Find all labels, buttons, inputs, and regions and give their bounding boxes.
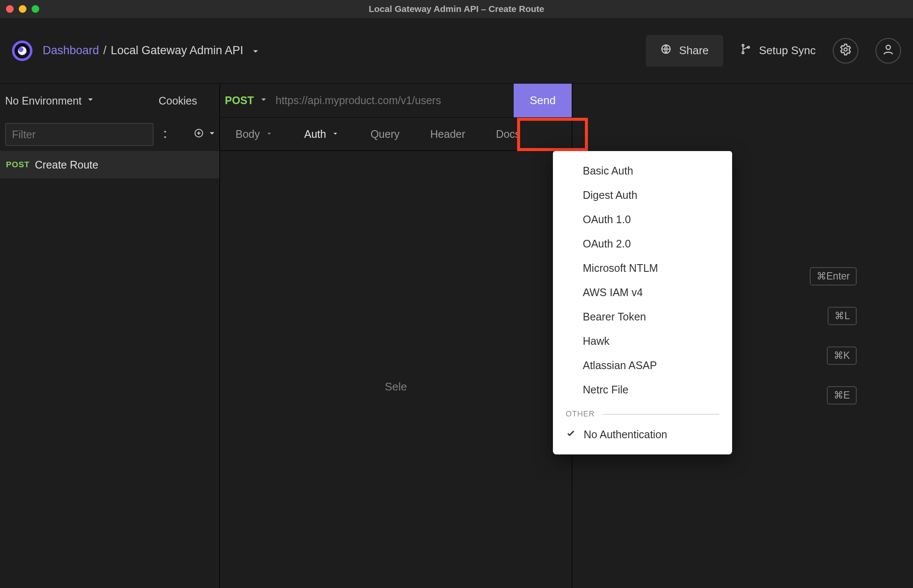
account-button[interactable] (875, 38, 901, 64)
tab-body[interactable]: Body (220, 118, 289, 150)
breadcrumb-dashboard-link[interactable]: Dashboard (43, 44, 99, 57)
filter-input[interactable] (5, 123, 154, 146)
sort-button[interactable] (161, 129, 169, 140)
settings-button[interactable] (833, 38, 858, 64)
divider (602, 414, 719, 415)
cookies-button[interactable]: Cookies (159, 95, 197, 107)
method-selector[interactable]: POST (220, 84, 274, 117)
breadcrumb-workspace[interactable]: Local Gateway Admin API (111, 44, 244, 57)
titlebar: Local Gateway Admin API – Create Route (0, 0, 913, 18)
shortcut-key: ⌘L (828, 307, 857, 325)
auth-option-oauth1[interactable]: OAuth 1.0 (553, 207, 732, 232)
chevron-down-icon (206, 128, 218, 141)
minimize-window-button[interactable] (19, 5, 26, 13)
request-panel: POST Send Body Auth (220, 84, 572, 588)
shortcut-key: ⌘K (827, 346, 857, 365)
branch-icon (740, 44, 751, 58)
share-button[interactable]: Share (646, 35, 723, 67)
setup-sync-label: Setup Sync (759, 44, 816, 57)
tab-query-label: Query (370, 128, 399, 140)
tab-docs[interactable]: Docs (481, 118, 536, 150)
gear-icon (839, 43, 852, 58)
request-name: Create Route (35, 159, 99, 171)
tab-header-label: Header (430, 128, 465, 140)
environment-label: No Environment (5, 95, 81, 107)
tab-header[interactable]: Header (415, 118, 481, 150)
send-label: Send (530, 94, 556, 107)
cookies-label: Cookies (159, 95, 197, 107)
tab-auth[interactable]: Auth (289, 118, 355, 150)
auth-option-ntlm[interactable]: Microsoft NTLM (553, 256, 732, 280)
window-controls (6, 5, 39, 13)
auth-option-bearer[interactable]: Bearer Token (553, 305, 732, 329)
svg-point-4 (844, 48, 847, 51)
close-window-button[interactable] (6, 5, 14, 13)
workspace-dropdown-icon[interactable] (250, 44, 261, 57)
auth-dropdown: Basic Auth Digest Auth OAuth 1.0 OAuth 2… (553, 151, 732, 454)
chevron-down-icon (85, 94, 96, 108)
sort-icon (161, 129, 169, 140)
breadcrumb: Dashboard / Local Gateway Admin API (43, 44, 261, 57)
auth-option-oauth2[interactable]: OAuth 2.0 (553, 232, 732, 256)
plus-circle-icon (194, 128, 204, 141)
request-bar: POST Send (220, 84, 572, 118)
svg-point-1 (742, 44, 744, 46)
svg-point-5 (886, 45, 890, 49)
check-icon (566, 428, 576, 441)
chevron-down-icon (331, 128, 340, 140)
tab-query[interactable]: Query (355, 118, 415, 150)
setup-sync-button[interactable]: Setup Sync (740, 44, 816, 58)
request-body-area: Sele Basic Auth Digest Auth OAuth 1.0 OA… (220, 151, 572, 588)
auth-option-none[interactable]: No Authentication (553, 422, 732, 447)
auth-option-hawk[interactable]: Hawk (553, 329, 732, 353)
tab-body-label: Body (236, 128, 260, 140)
request-list-item[interactable]: POST Create Route (0, 151, 219, 178)
auth-option-none-label: No Authentication (584, 428, 667, 441)
new-request-button[interactable] (194, 128, 218, 141)
chevron-down-icon (258, 94, 269, 108)
window-title: Local Gateway Admin API – Create Route (369, 4, 544, 14)
shortcut-key: ⌘E (827, 386, 857, 405)
auth-option-aws[interactable]: AWS IAM v4 (553, 280, 732, 305)
auth-option-digest[interactable]: Digest Auth (553, 183, 732, 207)
auth-section-other-label: OTHER (566, 410, 595, 419)
share-label: Share (679, 44, 709, 57)
url-input[interactable] (274, 84, 514, 117)
maximize-window-button[interactable] (32, 5, 39, 13)
environment-selector[interactable]: No Environment (5, 94, 96, 108)
send-button[interactable]: Send (514, 84, 572, 117)
breadcrumb-separator: / (103, 44, 107, 57)
request-tabs: Body Auth Query Header Docs (220, 118, 572, 151)
request-method-badge: POST (6, 160, 30, 169)
svg-point-2 (742, 52, 744, 54)
header-bar: Dashboard / Local Gateway Admin API Shar… (0, 18, 913, 84)
placeholder-text: Sele (385, 380, 407, 393)
user-icon (882, 43, 895, 58)
globe-icon (660, 44, 672, 58)
auth-option-netrc[interactable]: Netrc File (553, 378, 732, 402)
chevron-down-icon (265, 128, 273, 140)
auth-option-basic[interactable]: Basic Auth (553, 159, 732, 183)
app-logo[interactable] (12, 41, 32, 61)
tab-docs-label: Docs (496, 128, 520, 140)
main-area: No Environment Cookies (0, 84, 913, 588)
tab-auth-label: Auth (304, 128, 326, 140)
shortcut-key: ⌘Enter (810, 267, 857, 285)
sidebar: No Environment Cookies (0, 84, 220, 588)
auth-section-other: OTHER (553, 402, 732, 422)
auth-option-asap[interactable]: Atlassian ASAP (553, 353, 732, 378)
method-label: POST (225, 94, 254, 107)
